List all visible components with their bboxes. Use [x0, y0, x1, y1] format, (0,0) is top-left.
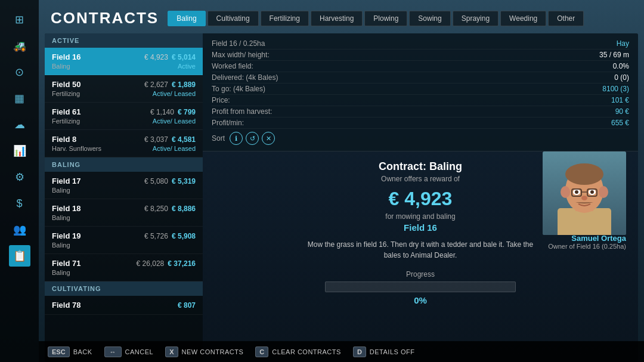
- cancel-button[interactable]: ↔ CANCEL: [104, 346, 154, 357]
- details-key: D: [353, 346, 366, 357]
- list-item[interactable]: Field 8 € 3,037 € 4,581 Harv. Sunflowers…: [45, 130, 203, 157]
- base-price: € 1,140: [150, 108, 174, 116]
- worked-value: 0.0%: [613, 62, 629, 70]
- tab-baling[interactable]: Baling: [168, 11, 205, 26]
- tab-sowing[interactable]: Sowing: [409, 11, 450, 26]
- detail-row-price: Price: 101 €: [212, 95, 629, 106]
- machine-icon[interactable]: ⚙: [9, 166, 30, 188]
- tab-spraying[interactable]: Spraying: [453, 11, 499, 26]
- base-price: € 3,037: [144, 135, 168, 144]
- contract-type: Baling: [52, 269, 70, 276]
- progress-percent: 0%: [325, 295, 516, 305]
- total-price: € 5,319: [172, 177, 196, 185]
- base-price: € 8,250: [144, 205, 168, 213]
- delivered-value: 0 (0): [614, 73, 629, 82]
- npc-info: Samuel Ortega Owner of Field 16 (0.25ha): [548, 234, 626, 250]
- sort-close-icon[interactable]: ✕: [262, 132, 275, 145]
- npc-name: Samuel Ortega: [548, 234, 626, 243]
- cancel-key: ↔: [104, 346, 122, 357]
- money-icon[interactable]: $: [9, 193, 30, 214]
- progress-label: Progress: [325, 270, 516, 279]
- sort-row: Sort ℹ ↺ ✕: [212, 129, 629, 146]
- list-item[interactable]: Field 50 € 2,627 € 1,889 Fertilizing Act…: [45, 75, 203, 103]
- list-item[interactable]: Field 17 € 5,080 € 5,319 Baling: [45, 172, 203, 199]
- detail-row-maxwidth: Max width/ height: 35 / 69 m: [212, 49, 629, 61]
- total-price: € 4,581: [172, 135, 196, 144]
- list-item[interactable]: Field 71 € 26,028 € 37,216 Baling: [45, 254, 203, 281]
- calendar-icon[interactable]: ▦: [9, 88, 30, 109]
- contract-status: Active/ Leased: [153, 145, 196, 152]
- detail-row-field: Field 16 / 0.25ha Hay: [212, 38, 629, 49]
- details-off-button[interactable]: D DETAILS OFF: [353, 346, 415, 357]
- list-item[interactable]: Field 78 € 807: [45, 296, 203, 315]
- main-content: CONTRACTS Baling Cultivating Fertilizing…: [39, 0, 644, 362]
- togo-label: To go: (4k Bales): [212, 85, 265, 93]
- total-price: € 1,889: [172, 81, 196, 89]
- right-panel: Field 16 / 0.25ha Hay Max width/ height:…: [203, 33, 638, 362]
- delivered-label: Delivered: (4k Bales): [212, 73, 278, 82]
- hire-icon[interactable]: 👥: [9, 219, 30, 240]
- section-cultivating: CULTIVATING: [45, 281, 203, 296]
- field-name: Field 16: [52, 52, 80, 61]
- total-price: € 5,014: [172, 53, 196, 61]
- detail-row-profit-harvest: Profit from harvest: 90 €: [212, 106, 629, 117]
- reward-field: Field 16: [404, 222, 437, 233]
- max-width-label: Max width/ height:: [212, 51, 270, 59]
- contract-status: Active/ Leased: [153, 117, 196, 125]
- field-info-label: Field 16 / 0.25ha: [212, 39, 265, 48]
- svg-point-14: [590, 190, 594, 194]
- total-price: € 799: [178, 108, 196, 116]
- npc-portrait: Samuel Ortega Owner of Field 16 (0.25ha): [543, 151, 626, 247]
- contracts-icon[interactable]: 📋: [9, 245, 30, 267]
- contract-type: Harv. Sunflowers: [52, 145, 101, 152]
- steering-icon[interactable]: ⊙: [9, 61, 30, 83]
- details-label: DETAILS OFF: [370, 348, 415, 355]
- sort-info-icon[interactable]: ℹ: [230, 132, 243, 145]
- field-name: Field 17: [52, 177, 80, 185]
- tractor-icon[interactable]: 🚜: [9, 35, 30, 57]
- detail-row-profit-min: Profit/min: 655 €: [212, 117, 629, 129]
- svg-point-15: [581, 196, 587, 200]
- profit-min-value: 655 €: [611, 119, 629, 127]
- left-sidebar: ⊞ 🚜 ⊙ ▦ ☁ 📊 ⚙ $ 👥 📋: [0, 0, 39, 362]
- map-icon[interactable]: ⊞: [9, 9, 30, 30]
- max-width-value: 35 / 69 m: [599, 51, 629, 59]
- sort-label: Sort: [212, 134, 225, 143]
- detail-info: Field 16 / 0.25ha Hay Max width/ height:…: [203, 33, 638, 151]
- list-item[interactable]: Field 61 € 1,140 € 799 Fertilizing Activ…: [45, 103, 203, 130]
- npc-role: Owner of Field 16 (0.25ha): [548, 243, 626, 250]
- back-button[interactable]: ESC BACK: [48, 346, 92, 357]
- profit-harvest-value: 90 €: [615, 107, 629, 116]
- svg-point-6: [599, 186, 608, 198]
- tab-plowing[interactable]: Plowing: [364, 11, 407, 26]
- tab-weeding[interactable]: Weeding: [500, 11, 546, 26]
- new-contracts-button[interactable]: X NEW CONTRACTS: [165, 346, 243, 357]
- field-name: Field 78: [52, 301, 80, 310]
- svg-point-7: [565, 163, 603, 185]
- total-price: € 807: [178, 301, 196, 310]
- tab-fertilizing[interactable]: Fertilizing: [261, 11, 309, 26]
- contract-type: Baling: [52, 214, 70, 221]
- list-item[interactable]: Field 19 € 5,726 € 5,908 Baling: [45, 227, 203, 254]
- npc-portrait-img: [543, 151, 626, 235]
- page-title: CONTRACTS: [51, 9, 159, 27]
- tab-harvesting[interactable]: Harvesting: [311, 11, 363, 26]
- base-price: € 4,923: [144, 53, 168, 61]
- field-name: Field 8: [52, 135, 76, 144]
- clear-label: CLEAR CONTRACTS: [272, 348, 341, 355]
- sort-refresh-icon[interactable]: ↺: [246, 132, 259, 145]
- list-item[interactable]: Field 16 € 4,923 € 5,014 Baling Active: [45, 48, 203, 75]
- weather-icon[interactable]: ☁: [9, 114, 30, 135]
- profit-min-label: Profit/min:: [212, 119, 244, 127]
- stats-icon[interactable]: 📊: [9, 140, 30, 162]
- price-value: 101 €: [611, 96, 629, 104]
- svg-point-5: [561, 186, 570, 198]
- section-active: ACTIVE: [45, 33, 203, 48]
- tab-cultivating[interactable]: Cultivating: [208, 11, 259, 26]
- tab-other[interactable]: Other: [548, 11, 584, 26]
- base-price: € 26,028: [137, 259, 165, 268]
- sort-icons: ℹ ↺ ✕: [230, 132, 275, 145]
- list-item[interactable]: Field 18 € 8,250 € 8,886 Baling: [45, 199, 203, 227]
- clear-contracts-button[interactable]: C CLEAR CONTRACTS: [255, 346, 341, 357]
- contract-owner-offers: Owner offers a reward of: [381, 175, 460, 183]
